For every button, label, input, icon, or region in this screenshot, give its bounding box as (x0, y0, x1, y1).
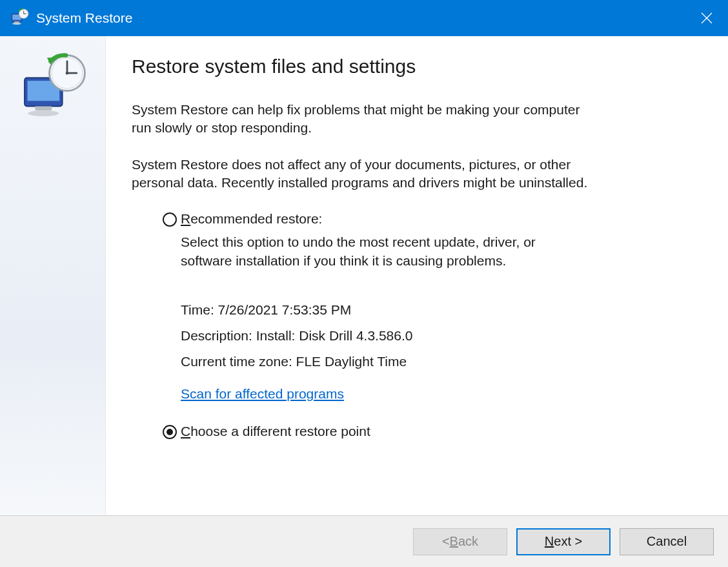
titlebar: System Restore (0, 0, 728, 36)
svg-point-12 (28, 110, 59, 116)
radio-different-label[interactable]: Choose a different restore point (181, 424, 370, 439)
cancel-button[interactable]: Cancel (620, 528, 714, 555)
scan-affected-programs-link[interactable]: Scan for affected programs (181, 386, 344, 401)
radio-recommended-text: ecommended restore: (190, 211, 322, 226)
detail-timezone: Current time zone: FLE Daylight Time (181, 349, 689, 375)
intro-paragraph-1: System Restore can help fix problems tha… (132, 101, 596, 138)
restore-options: Recommended restore: Select this option … (163, 211, 689, 438)
intro-paragraph-2: System Restore does not affect any of yo… (132, 156, 596, 192)
next-button[interactable]: Next > (516, 528, 611, 555)
recommended-description: Select this option to undo the most rece… (181, 233, 568, 270)
svg-rect-11 (35, 107, 52, 110)
detail-description: Description: Install: Disk Drill 4.3.586… (181, 323, 689, 349)
svg-point-17 (65, 72, 68, 75)
svg-point-3 (12, 23, 21, 25)
wizard-sidebar (0, 36, 106, 515)
detail-time: Time: 7/26/2021 7:53:35 PM (181, 297, 689, 323)
close-icon (701, 12, 713, 24)
system-restore-app-icon (9, 8, 30, 28)
system-restore-hero-icon (17, 53, 88, 124)
close-button[interactable] (692, 0, 722, 36)
restore-point-details: Time: 7/26/2021 7:53:35 PM Description: … (181, 297, 689, 375)
back-button: < Back (413, 528, 507, 555)
page-heading: Restore system files and settings (132, 56, 689, 77)
radio-different[interactable] (163, 425, 177, 439)
svg-rect-2 (14, 21, 19, 23)
wizard-footer: < Back Next > Cancel (0, 515, 728, 567)
radio-different-text: hoose a different restore point (190, 424, 370, 438)
wizard-main: Restore system files and settings System… (106, 36, 728, 515)
radio-recommended[interactable] (163, 212, 177, 227)
radio-recommended-label[interactable]: Recommended restore: (181, 211, 322, 227)
window-title: System Restore (36, 10, 692, 26)
